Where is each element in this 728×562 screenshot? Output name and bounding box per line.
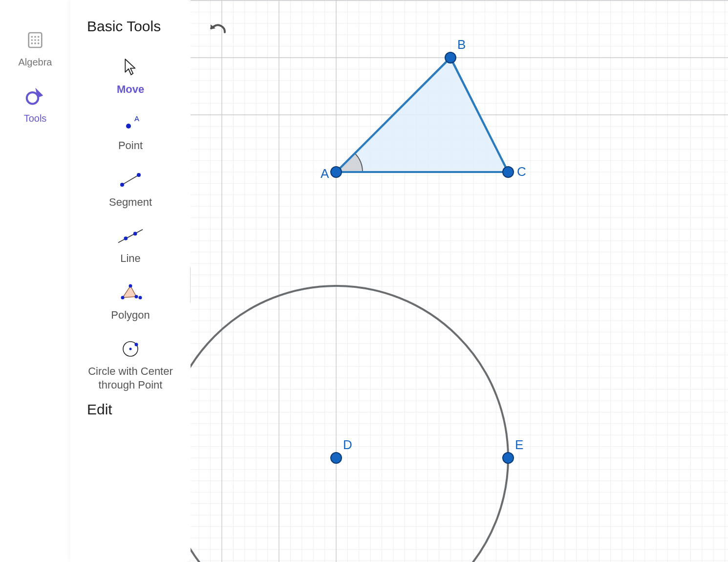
undo-button[interactable] xyxy=(209,21,231,42)
svg-text:A: A xyxy=(321,166,329,181)
tool-circle-center-through[interactable]: Circle with Center through Point xyxy=(70,328,191,398)
line-icon xyxy=(117,224,144,248)
svg-line-13 xyxy=(122,175,139,185)
geometry-canvas[interactable]: ABCDE xyxy=(191,0,728,562)
tool-segment[interactable]: Segment xyxy=(70,159,191,216)
canvas-svg: ABCDE xyxy=(191,0,728,562)
tool-move[interactable]: Move xyxy=(70,46,191,103)
rail-label-tools: Tools xyxy=(24,113,47,124)
rail-label-algebra: Algebra xyxy=(19,57,52,68)
svg-point-20 xyxy=(129,284,132,287)
tool-line[interactable]: Line xyxy=(70,216,191,272)
tool-label: Polygon xyxy=(111,308,150,322)
svg-point-10 xyxy=(27,92,38,104)
svg-point-15 xyxy=(137,173,141,177)
tool-panel: Basic Tools Move A Point xyxy=(70,0,191,562)
tool-list: Move A Point xyxy=(70,46,191,399)
tool-label: Move xyxy=(117,83,144,96)
panel-title: Basic Tools xyxy=(70,17,191,37)
svg-point-132 xyxy=(503,167,514,177)
tool-label: Point xyxy=(118,139,143,152)
tool-label: Segment xyxy=(109,195,152,209)
panel-section-edit: Edit xyxy=(70,401,191,418)
point-icon: A xyxy=(117,111,144,135)
svg-point-12 xyxy=(126,124,131,129)
svg-point-17 xyxy=(124,237,128,240)
circle-icon xyxy=(117,337,144,361)
svg-text:E: E xyxy=(515,437,523,452)
svg-point-130 xyxy=(445,52,456,63)
rail-item-algebra[interactable]: Algebra xyxy=(19,29,52,68)
cursor-icon xyxy=(117,55,144,79)
segment-icon xyxy=(117,168,144,192)
tool-label: Line xyxy=(120,252,141,265)
svg-point-21 xyxy=(135,295,138,298)
svg-point-18 xyxy=(133,232,137,236)
svg-point-25 xyxy=(135,343,138,346)
svg-line-16 xyxy=(118,230,143,243)
svg-point-14 xyxy=(120,183,124,187)
polygon-icon xyxy=(117,281,144,304)
view-rail: Algebra Tools xyxy=(0,0,70,562)
tool-label: Circle with Center through Point xyxy=(84,365,177,391)
svg-text:B: B xyxy=(457,37,466,52)
tool-polygon[interactable]: Polygon xyxy=(70,272,191,329)
svg-point-22 xyxy=(139,296,142,299)
tool-point[interactable]: A Point xyxy=(70,103,191,159)
svg-text:D: D xyxy=(343,437,352,452)
svg-point-136 xyxy=(503,453,514,463)
rail-item-tools[interactable]: Tools xyxy=(24,86,47,124)
calculator-icon xyxy=(24,29,46,51)
svg-point-19 xyxy=(121,296,125,299)
svg-point-128 xyxy=(331,167,342,177)
svg-point-24 xyxy=(129,348,132,350)
svg-point-134 xyxy=(331,453,342,463)
svg-text:A: A xyxy=(134,114,139,123)
svg-point-127 xyxy=(191,286,508,562)
tools-icon xyxy=(24,86,46,107)
svg-text:C: C xyxy=(517,164,526,179)
